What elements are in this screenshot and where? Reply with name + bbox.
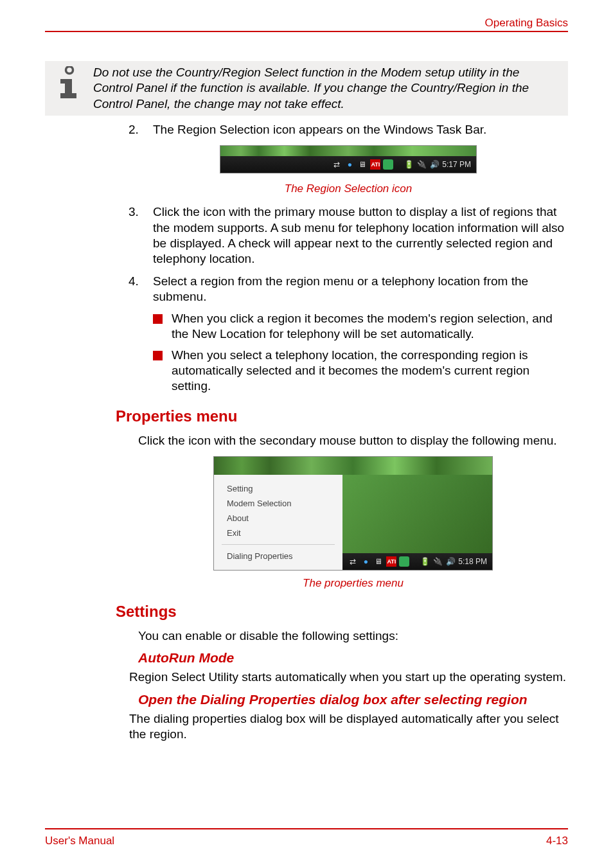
square-bullet-icon xyxy=(153,314,163,324)
menu-item-setting[interactable]: Setting xyxy=(214,481,342,496)
battery-icon: 🔋 xyxy=(404,159,414,170)
power-icon: 🔌 xyxy=(432,556,443,567)
connect-icon: ⇄ xyxy=(332,159,342,170)
menu-item-dialing-properties[interactable]: Dialing Properties xyxy=(214,549,342,563)
step-2-number: 2. xyxy=(129,122,147,137)
step-3-text: Click the icon with the primary mouse bu… xyxy=(153,204,568,267)
shield-icon: ● xyxy=(344,159,355,170)
note-text: Do not use the Country/Region Select fun… xyxy=(93,65,564,112)
figure-taskbar-1: ⇄ ● 🖥 ATI 🔋 🔌 🔊 5:17 PM xyxy=(220,145,477,173)
flag-icon xyxy=(399,556,409,567)
footer-left: User's Manual xyxy=(45,835,114,847)
step-4-bullet-2: When you select a telephony location, th… xyxy=(172,348,568,394)
battery-icon: 🔋 xyxy=(420,556,430,567)
power-icon: 🔌 xyxy=(416,159,427,170)
figure-2-caption: The properties menu xyxy=(138,577,568,590)
step-4-number: 4. xyxy=(129,274,147,305)
monitor-icon: 🖥 xyxy=(357,159,368,170)
footer-right: 4-13 xyxy=(546,835,568,847)
properties-menu-intro: Click the icon with the secondary mouse … xyxy=(138,433,568,448)
tray-time-1: 5:17 PM xyxy=(442,160,471,169)
menu-item-exit[interactable]: Exit xyxy=(214,526,342,540)
menu-item-modem-selection[interactable]: Modem Selection xyxy=(214,496,342,511)
info-icon xyxy=(53,66,85,102)
tray-time-2: 5:18 PM xyxy=(458,557,487,566)
figure-1-caption: The Region Selection icon xyxy=(129,182,568,195)
svg-point-0 xyxy=(66,67,73,74)
step-3-number: 3. xyxy=(129,204,147,267)
note-block: Do not use the Country/Region Select fun… xyxy=(45,61,568,116)
ati-icon: ATI xyxy=(370,159,380,170)
open-dialing-heading: Open the Dialing Properties dialog box a… xyxy=(138,692,568,707)
monitor-icon: 🖥 xyxy=(373,556,384,567)
step-4-text: Select a region from the region menu or … xyxy=(153,274,568,305)
flag-icon xyxy=(383,159,393,170)
settings-intro: You can enable or disable the following … xyxy=(138,628,568,644)
autorun-text: Region Select Utility starts automatical… xyxy=(129,669,568,685)
volume-icon: 🔊 xyxy=(445,556,456,567)
step-2-text: The Region Selection icon appears on the… xyxy=(153,122,486,137)
menu-item-about[interactable]: About xyxy=(214,511,342,526)
ati-icon: ATI xyxy=(386,556,396,567)
open-dialing-text: The dialing properties dialog box will b… xyxy=(129,711,568,743)
volume-icon: 🔊 xyxy=(429,159,440,170)
page-header-title: Operating Basics xyxy=(485,17,568,30)
autorun-heading: AutoRun Mode xyxy=(138,650,568,666)
square-bullet-icon xyxy=(153,351,163,360)
figure-properties-menu: Setting Modem Selection About Exit Diali… xyxy=(213,456,493,571)
settings-heading: Settings xyxy=(116,603,568,621)
step-4-bullet-1: When you click a region it becomes the m… xyxy=(172,311,568,342)
shield-icon: ● xyxy=(360,556,371,567)
properties-menu-heading: Properties menu xyxy=(116,407,568,425)
connect-icon: ⇄ xyxy=(348,556,358,567)
